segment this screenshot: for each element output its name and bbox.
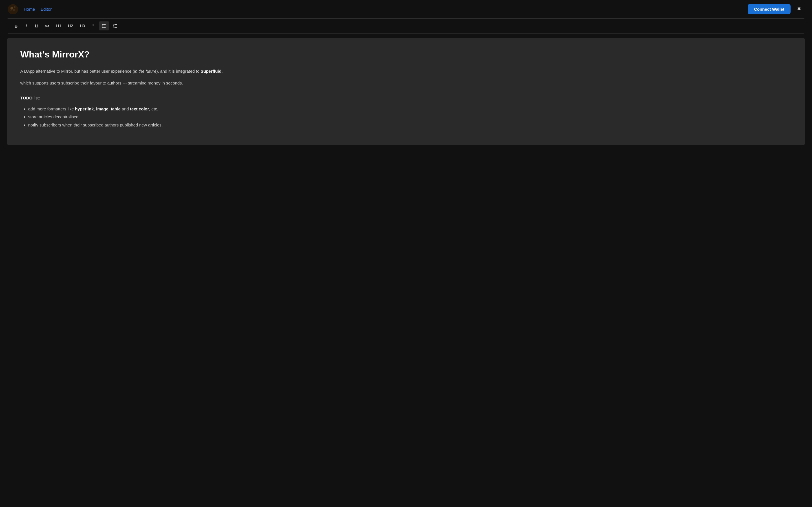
navbar-right: Connect Wallet: [748, 4, 804, 14]
italic-button[interactable]: I: [22, 21, 31, 31]
svg-point-10: [102, 27, 103, 28]
editor-nav-link[interactable]: Editor: [41, 7, 52, 11]
bold-button[interactable]: B: [11, 21, 20, 31]
underline-button[interactable]: U: [32, 21, 41, 31]
todo-suffix: list:: [33, 96, 40, 100]
svg-point-8: [102, 24, 103, 25]
svg-rect-5: [103, 24, 106, 25]
svg-point-0: [8, 4, 18, 14]
list-item: notify subscribers when their subscribed…: [28, 121, 792, 129]
gear-icon: [797, 6, 802, 12]
svg-point-1: [10, 7, 13, 10]
quote-button[interactable]: ": [89, 21, 98, 31]
svg-point-2: [13, 9, 15, 11]
list-item: add more formatters like hyperlink, imag…: [28, 105, 792, 113]
h2-button[interactable]: H2: [65, 21, 76, 31]
bullet-list-button[interactable]: [99, 21, 109, 31]
settings-button[interactable]: [795, 4, 804, 14]
article-para-1: A DApp alternative to Mirror, but has be…: [20, 68, 792, 75]
article-title: What's MirrorX?: [20, 49, 792, 60]
h1-button[interactable]: H1: [53, 21, 64, 31]
para2-prefix: which supports users subscribe their fav…: [20, 80, 161, 86]
article-para-2: which supports users subscribe their fav…: [20, 79, 792, 87]
svg-point-4: [14, 6, 15, 8]
para1-italic: in the future: [134, 69, 156, 73]
para2-suffix: .: [182, 80, 183, 86]
bullet-list-icon: [102, 24, 106, 28]
ordered-list-icon: 1 2 3: [113, 24, 117, 28]
para1-mid: ), and it is integrated to: [156, 69, 201, 73]
code-button[interactable]: <>: [42, 21, 52, 31]
svg-rect-7: [103, 27, 106, 27]
svg-point-9: [102, 25, 103, 26]
svg-rect-11: [114, 24, 117, 25]
para1-bold: Superfluid: [201, 69, 221, 73]
list-item: store articles decentralised.: [28, 113, 792, 121]
avatar: [8, 4, 18, 14]
svg-point-3: [10, 10, 11, 11]
editor-toolbar: B I U <> H1 H2 H3 " 1 2 3: [7, 18, 805, 34]
svg-rect-13: [114, 27, 117, 27]
para1-prefix: A DApp alternative to Mirror, but has be…: [20, 69, 134, 73]
navbar-left: Home Editor: [8, 4, 52, 14]
todo-bold: TODO: [20, 96, 33, 100]
svg-rect-12: [114, 25, 117, 26]
article-todo-label: TODO list:: [20, 94, 792, 102]
svg-rect-6: [103, 25, 106, 26]
ordered-list-button[interactable]: 1 2 3: [110, 21, 120, 31]
home-nav-link[interactable]: Home: [24, 7, 35, 11]
connect-wallet-button[interactable]: Connect Wallet: [748, 4, 791, 14]
h3-button[interactable]: H3: [77, 21, 88, 31]
para2-underline: in seconds: [161, 80, 182, 86]
article-list: add more formatters like hyperlink, imag…: [20, 105, 792, 129]
navbar: Home Editor Connect Wallet: [0, 0, 812, 18]
para1-suffix: ,: [221, 69, 223, 73]
svg-text:3: 3: [113, 26, 114, 28]
editor-content[interactable]: What's MirrorX? A DApp alternative to Mi…: [7, 38, 805, 145]
